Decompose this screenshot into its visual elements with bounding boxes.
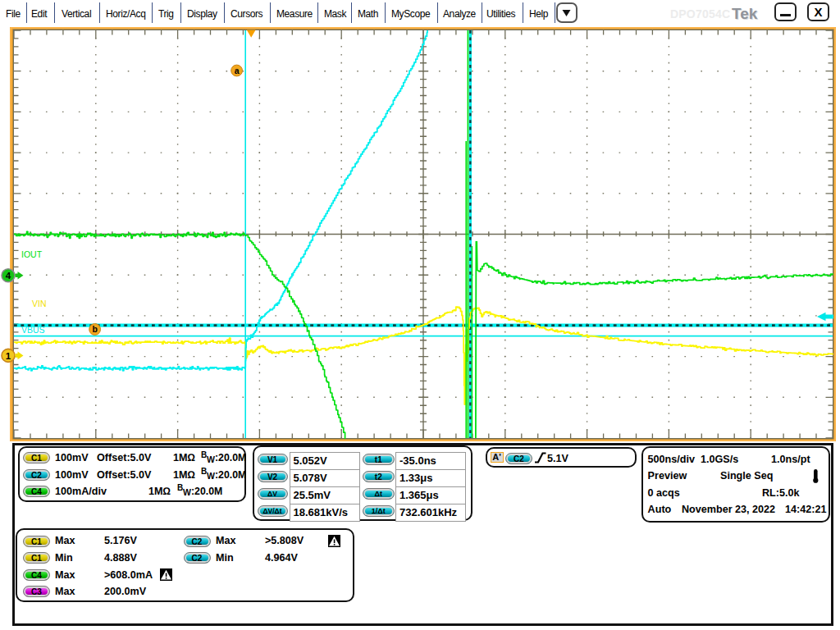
svg-text:4: 4 [6, 271, 11, 281]
svg-text:b: b [92, 324, 97, 334]
svg-text:VBUS: VBUS [21, 325, 45, 335]
svg-text:1: 1 [6, 351, 11, 361]
svg-text:IOUT: IOUT [21, 249, 43, 259]
svg-text:VIN: VIN [32, 299, 47, 308]
svg-text:a: a [235, 66, 240, 75]
